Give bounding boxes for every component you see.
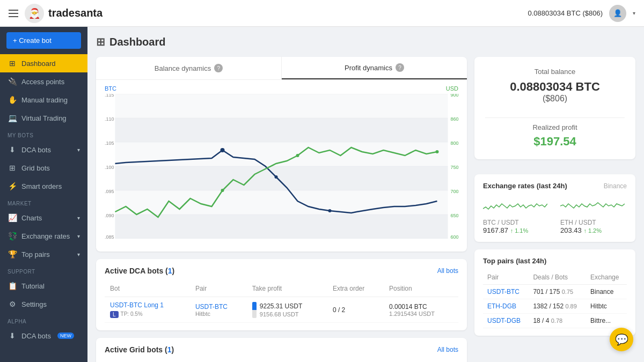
sidebar-item-settings[interactable]: ⚙ Settings: [0, 295, 87, 313]
sidebar-item-label: Tutorial: [21, 282, 45, 290]
gear-icon: ⚙: [8, 300, 17, 308]
sidebar-item-dca-bots[interactable]: ⬇ DCA bots ▾: [0, 141, 87, 159]
tp-deals-1: 701 / 175 0.75: [529, 285, 586, 299]
sidebar-item-exchange-rates[interactable]: 💱 Exchange rates ▾: [0, 227, 87, 245]
tp-deals-2: 1382 / 152 0.89: [529, 299, 586, 314]
user-avatar[interactable]: 👤: [609, 5, 626, 22]
balance-card: Total balance 0.08803034 BTC ($806) Real…: [474, 57, 635, 159]
sidebar-item-label: Grid bots: [21, 164, 50, 172]
tp-col-pair: Pair: [483, 270, 529, 285]
sidebar-item-dashboard[interactable]: ⊞ Dashboard: [0, 54, 87, 72]
tp-pair-3[interactable]: USDT-DGB: [487, 317, 521, 324]
top-header: 🎅 tradesanta 0.08803034 BTC ($806) 👤 ▾: [0, 0, 644, 27]
pair-link[interactable]: USDT-BTC: [195, 303, 241, 311]
usd-amount: ($806): [485, 94, 625, 104]
trophy-icon: 🏆: [8, 250, 17, 258]
user-icon: 👤: [613, 9, 622, 17]
eth-mini-chart: [560, 195, 627, 217]
svg-point-12: [275, 175, 278, 179]
all-grid-bots-link[interactable]: All bots: [437, 346, 458, 353]
realized-label: Realized profit: [485, 123, 625, 131]
exchange-icon: 💱: [8, 232, 17, 240]
content-row: Balance dynamics ? Profit dynamics ? BTC…: [96, 57, 635, 362]
divider: [485, 117, 625, 118]
svg-text:0.110: 0.110: [105, 116, 114, 122]
bot-tag-label: TP: 0.5%: [121, 311, 143, 317]
sidebar-item-top-pairs[interactable]: 🏆 Top pairs ▾: [0, 245, 87, 263]
left-column: Balance dynamics ? Profit dynamics ? BTC…: [96, 57, 467, 362]
right-column: Total balance 0.08803034 BTC ($806) Real…: [474, 57, 635, 362]
exchange-rates-row: BTC / USDT 9167.87 ↑ 1.1%: [483, 195, 627, 234]
tab-profit-dynamics[interactable]: Profit dynamics ?: [282, 57, 467, 79]
pair-cell: USDT-BTC Hitbtc: [190, 297, 247, 323]
logo: 🎅 tradesanta: [25, 4, 103, 23]
extra-order-cell: 0 / 2: [327, 297, 384, 323]
svg-point-15: [296, 154, 299, 157]
sidebar-item-label: Exchange rates: [21, 232, 70, 240]
eth-usdt-item: ETH / USDT 203.43 ↑ 1.2%: [560, 195, 627, 234]
tp-exchange-2: Hitbtc: [586, 299, 627, 314]
bot-name-link[interactable]: USDT-BTC Long 1: [110, 301, 185, 309]
alpha-section: ALPHA: [0, 313, 87, 327]
chat-bubble[interactable]: 💬: [610, 328, 633, 351]
chart-svg: 0.115 0.110 0.105 0.100 0.095 0.090 0.08…: [105, 94, 458, 239]
my-bots-section: MY BOTS: [0, 127, 87, 141]
btc-mini-chart: [483, 195, 550, 217]
sidebar-item-smart-orders[interactable]: ⚡ Smart orders: [0, 177, 87, 195]
active-grid-label: Active Grid bots (1): [105, 345, 174, 354]
eth-usdt-value-row: 203.43 ↑ 1.2%: [560, 226, 627, 234]
svg-point-14: [221, 189, 224, 192]
sidebar-item-charts[interactable]: 📈 Charts ▾: [0, 209, 87, 227]
top-pairs-card: Top pairs (last 24h) Pair Deals / Bots E…: [474, 249, 635, 336]
all-bots-link[interactable]: All bots: [437, 267, 458, 275]
hamburger-menu[interactable]: [9, 10, 18, 17]
svg-point-16: [436, 150, 439, 153]
new-badge: NEW: [57, 333, 74, 339]
take-profit-cell: 9225.31 USDT 9156.68 USDT: [247, 297, 327, 323]
sidebar-item-grid-bots[interactable]: ⊞ Grid bots: [0, 159, 87, 177]
svg-point-11: [221, 148, 225, 152]
create-bot-button[interactable]: + Create bot: [6, 32, 81, 49]
dashboard-icon: ⊞: [96, 35, 105, 48]
svg-text:0.085: 0.085: [105, 234, 114, 239]
btc-amount: 0.08803034 BTC: [485, 80, 625, 94]
chart-icon: 📈: [8, 213, 17, 222]
total-balance-label: Total balance: [485, 68, 625, 76]
table-row: USDT-BTC 701 / 175 0.75 Binance: [483, 285, 627, 299]
svg-text:750: 750: [451, 165, 459, 170]
active-grid-section: Active Grid bots (1) All bots: [96, 338, 467, 362]
btc-usdt-pair: BTC / USDT: [483, 219, 550, 226]
top-pairs-header: Top pairs (last 24h): [483, 257, 627, 265]
sidebar-item-access-points[interactable]: 🔌 Access points: [0, 72, 87, 91]
svg-text:0.090: 0.090: [105, 213, 114, 218]
sidebar-item-virtual-trading[interactable]: 💻 Virtual Trading: [0, 109, 87, 127]
progress-vertical: [252, 302, 257, 318]
tp-pair-2[interactable]: ETH-DGB: [487, 302, 516, 310]
realized-amount: $197.54: [485, 135, 625, 149]
svg-text:650: 650: [451, 213, 459, 218]
tab-balance-dynamics[interactable]: Balance dynamics ?: [96, 57, 282, 79]
sidebar-item-label: Access points: [21, 78, 64, 86]
chevron-right-icon: ▾: [77, 147, 80, 153]
sidebar-item-label: Charts: [21, 214, 42, 222]
sidebar-item-dca-bots-alpha[interactable]: ⬇ DCA bots NEW: [0, 327, 87, 345]
position-cell: 0.00014 BTC 1.2915434 USDT: [384, 297, 458, 323]
svg-text:900: 900: [451, 94, 459, 98]
sidebar-item-label: Smart orders: [21, 182, 62, 190]
chevron-down-icon: ▾: [633, 10, 635, 16]
btc-usdt-item: BTC / USDT 9167.87 ↑ 1.1%: [483, 195, 550, 234]
sidebar-item-tutorial[interactable]: 📋 Tutorial: [0, 277, 87, 295]
eth-usdt-pair: ETH / USDT: [560, 219, 627, 226]
book-icon: 📋: [8, 282, 17, 290]
logo-icon: 🎅: [25, 4, 44, 23]
tp-exchange-3: Bittre...: [586, 314, 627, 328]
top-pairs-title: Top pairs (last 24h): [483, 257, 546, 265]
pair-exchange: Hitbtc: [195, 311, 241, 317]
tp-pair-1[interactable]: USDT-BTC: [487, 288, 519, 295]
market-section: MARKET: [0, 195, 87, 209]
tp-col-deals: Deals / Bots: [529, 270, 586, 285]
main-content: ⊞ Dashboard Balance dynamics ? Profit dy…: [87, 27, 644, 362]
sidebar-item-manual-trading[interactable]: ✋ Manual trading: [0, 91, 87, 109]
chevron-right-icon: ▾: [77, 215, 80, 221]
dca-bots-table: Bot Pair Take profit Extra order Positio…: [105, 280, 458, 323]
